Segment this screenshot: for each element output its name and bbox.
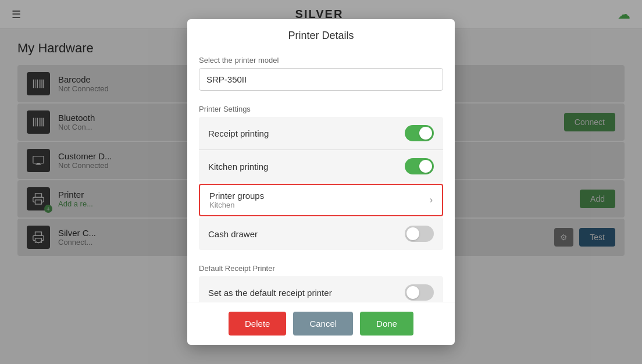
printer-model-input[interactable] — [199, 68, 443, 91]
modal-overlay: Printer Details Select the printer model… — [0, 0, 642, 364]
delete-button[interactable]: Delete — [229, 312, 286, 336]
printer-details-modal: Printer Details Select the printer model… — [187, 19, 455, 345]
default-receipt-box: Set as the default receipt printer — [199, 276, 443, 302]
cash-drawer-toggle[interactable] — [405, 226, 434, 242]
chevron-right-icon: › — [430, 195, 433, 205]
kitchen-printing-row: Kitchen printing — [199, 150, 443, 183]
cash-drawer-label: Cash drawer — [208, 229, 258, 239]
printer-groups-content: Printer groups Kitchen — [209, 191, 264, 209]
default-receipt-section: Default Receipt Printer Set as the defau… — [199, 258, 443, 302]
kitchen-printing-toggle[interactable] — [405, 158, 434, 174]
receipt-printing-slider — [405, 125, 434, 141]
printer-settings-section: Printer Settings Receipt printing Kitche… — [199, 99, 443, 250]
printer-settings-label: Printer Settings — [199, 99, 443, 117]
modal-title: Printer Details — [199, 30, 443, 42]
default-receipt-row: Set as the default receipt printer — [208, 284, 434, 301]
receipt-printing-row: Receipt printing — [199, 117, 443, 150]
kitchen-printing-label: Kitchen printing — [208, 162, 268, 172]
settings-box: Receipt printing Kitchen printing — [199, 117, 443, 183]
receipt-printing-label: Receipt printing — [208, 129, 269, 138]
done-button[interactable]: Done — [360, 312, 413, 336]
default-receipt-label: Default Receipt Printer — [199, 258, 443, 276]
modal-header: Printer Details — [187, 19, 455, 50]
default-receipt-slider — [405, 284, 434, 301]
receipt-printing-toggle[interactable] — [405, 125, 434, 141]
cancel-button[interactable]: Cancel — [293, 312, 353, 336]
printer-groups-row[interactable]: Printer groups Kitchen › — [199, 184, 443, 216]
printer-groups-label: Printer groups — [209, 191, 264, 201]
select-printer-label: Select the printer model — [199, 50, 443, 68]
cash-drawer-slider — [405, 226, 434, 242]
cash-drawer-row: Cash drawer — [199, 217, 443, 250]
default-receipt-row-label: Set as the default receipt printer — [208, 288, 332, 298]
printer-groups-value: Kitchen — [209, 201, 264, 209]
kitchen-printing-slider — [405, 158, 434, 174]
modal-footer: Delete Cancel Done — [187, 302, 455, 345]
modal-body: Select the printer model Printer Setting… — [187, 50, 455, 302]
default-receipt-toggle[interactable] — [405, 284, 434, 301]
